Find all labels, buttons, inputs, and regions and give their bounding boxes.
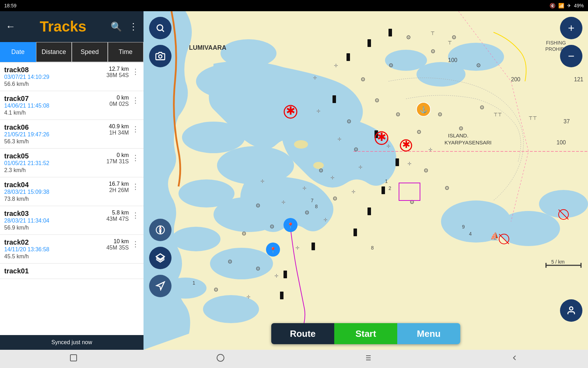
map-zoom-in-button[interactable]: + — [560, 17, 582, 39]
track-speed: 56.9 km/h — [4, 225, 106, 231]
svg-text:KYARPYASENSARI: KYARPYASENSARI — [444, 139, 492, 145]
track-more-icon[interactable]: ⋮ — [129, 154, 139, 163]
left-panel: ← Tracks 🔍 ⋮ Date Distance Speed Time tr… — [0, 11, 144, 350]
track-meta: 10 km 45M 35S — [106, 238, 129, 251]
svg-text:✛: ✛ — [316, 108, 321, 114]
track-more-icon[interactable]: ⋮ — [129, 211, 139, 220]
svg-text:✛: ✛ — [246, 294, 251, 300]
track-meta: 16.7 km 2H 26M — [109, 181, 129, 193]
start-button[interactable]: Start — [334, 323, 397, 344]
map-compass-button[interactable] — [149, 219, 172, 241]
track-time: 17M 31S — [106, 158, 129, 165]
track-meta: 0 km 17M 31S — [106, 152, 129, 165]
track-info: track03 28/03/21 11:34:04 56.9 km/h — [4, 210, 106, 231]
map-search-button[interactable] — [149, 17, 172, 39]
track-time: 38M 54S — [106, 72, 129, 79]
tabs-bar: Date Distance Speed Time — [0, 42, 144, 62]
list-item[interactable]: track07 14/06/21 11:45:08 4.1 km/h 0 km … — [0, 91, 144, 120]
svg-text:✛: ✛ — [313, 75, 317, 81]
svg-text:⚙: ⚙ — [438, 111, 442, 117]
track-speed: 56.3 km/h — [4, 138, 109, 145]
track-more-icon[interactable]: ⋮ — [129, 240, 139, 249]
svg-point-17 — [539, 190, 588, 218]
track-date: 14/11/20 13:36:58 — [4, 246, 106, 253]
svg-text:⚙: ⚙ — [451, 34, 456, 40]
nav-back-icon[interactable] — [69, 354, 78, 364]
track-info: track08 03/07/21 14:10:29 56.6 km/h — [4, 66, 106, 87]
svg-text:📍: 📍 — [270, 247, 276, 253]
svg-text:100: 100 — [556, 139, 566, 145]
map-person-button[interactable] — [560, 299, 582, 322]
nav-menu-icon[interactable] — [510, 354, 519, 364]
track-more-icon[interactable]: ⋮ — [129, 182, 139, 191]
tab-distance[interactable]: Distance — [36, 42, 72, 62]
track-name: track03 — [4, 210, 106, 218]
svg-rect-27 — [368, 207, 371, 215]
nav-bar — [0, 350, 588, 368]
list-item[interactable]: track03 28/03/21 11:34:04 56.9 km/h 5.8 … — [0, 206, 144, 235]
svg-text:⚙: ⚙ — [318, 168, 323, 173]
svg-text:✛: ✛ — [358, 164, 363, 170]
track-more-icon[interactable]: ⋮ — [129, 96, 139, 105]
list-item[interactable]: track04 28/03/21 15:09:38 73.8 km/h 16.7… — [0, 177, 144, 206]
menu-button[interactable]: Menu — [397, 323, 460, 344]
nav-recents-icon[interactable] — [363, 354, 372, 364]
track-name: track07 — [4, 95, 110, 103]
main-layout: ← Tracks 🔍 ⋮ Date Distance Speed Time tr… — [0, 11, 588, 350]
more-icon[interactable]: ⋮ — [129, 21, 138, 32]
svg-text:2: 2 — [388, 185, 391, 191]
track-more-icon[interactable]: ⋮ — [129, 67, 139, 76]
svg-text:✛: ✛ — [334, 63, 338, 68]
svg-text:⚙: ⚙ — [410, 199, 414, 205]
svg-text:ISLAND.: ISLAND. — [448, 132, 468, 138]
tab-time[interactable]: Time — [108, 42, 144, 62]
svg-text:⚙: ⚙ — [479, 104, 484, 110]
svg-text:⚙: ⚙ — [406, 34, 411, 40]
list-item[interactable]: track02 14/11/20 13:36:58 45.5 km/h 10 k… — [0, 235, 144, 264]
track-dist: 12.7 km — [106, 66, 129, 72]
panel-header: ← Tracks 🔍 ⋮ — [0, 11, 144, 42]
track-date: 21/05/21 19:47:26 — [4, 131, 109, 138]
tab-date[interactable]: Date — [0, 42, 36, 62]
svg-text:⚙: ⚙ — [255, 266, 260, 272]
track-date: 14/06/21 11:45:08 — [4, 103, 110, 109]
track-info: track07 14/06/21 11:45:08 4.1 km/h — [4, 95, 110, 116]
route-button[interactable]: Route — [271, 323, 334, 344]
svg-marker-124 — [160, 230, 161, 234]
list-item[interactable]: track06 21/05/21 19:47:26 56.3 km/h 40.9… — [0, 120, 144, 149]
svg-text:⚙: ⚙ — [458, 125, 463, 131]
search-icon[interactable]: 🔍 — [111, 21, 122, 32]
svg-text:✛: ✛ — [337, 136, 342, 142]
svg-line-120 — [162, 30, 164, 32]
svg-text:✛: ✛ — [428, 147, 433, 152]
list-item[interactable]: track05 01/05/21 21:31:52 2.3 km/h 0 km … — [0, 149, 144, 177]
list-item[interactable]: track01 — [0, 264, 144, 279]
svg-rect-128 — [70, 355, 77, 361]
svg-marker-123 — [160, 226, 161, 230]
page-title: Tracks — [40, 18, 86, 35]
svg-point-11 — [203, 295, 259, 323]
back-button[interactable]: ← — [6, 21, 15, 32]
svg-text:200: 200 — [511, 76, 520, 82]
svg-point-16 — [497, 211, 560, 246]
map-layers-button[interactable] — [149, 247, 172, 269]
map-camera-button[interactable] — [149, 45, 172, 67]
svg-rect-21 — [346, 53, 350, 61]
svg-point-129 — [217, 354, 224, 361]
svg-rect-29 — [312, 243, 315, 250]
map-zoom-out-button[interactable]: − — [560, 45, 582, 67]
tab-speed[interactable]: Speed — [72, 42, 108, 62]
svg-text:7: 7 — [311, 198, 314, 203]
svg-text:4: 4 — [469, 231, 472, 237]
list-item[interactable]: track08 03/07/21 14:10:29 56.6 km/h 12.7… — [0, 62, 144, 91]
svg-text:121: 121 — [574, 76, 583, 82]
nav-home-icon[interactable] — [216, 354, 225, 364]
svg-text:⚙: ⚙ — [304, 210, 309, 216]
track-more-icon[interactable]: ⋮ — [129, 125, 139, 134]
track-dist: 10 km — [106, 238, 129, 245]
track-speed: 4.1 km/h — [4, 110, 110, 116]
track-dist: 5.8 km — [106, 210, 129, 216]
map-nav-button[interactable] — [149, 275, 172, 297]
track-list: track08 03/07/21 14:10:29 56.6 km/h 12.7… — [0, 62, 144, 335]
svg-point-9 — [210, 248, 273, 279]
